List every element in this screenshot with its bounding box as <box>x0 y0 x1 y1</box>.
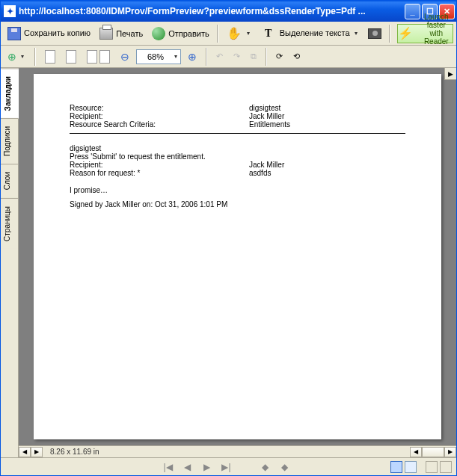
scroll-left2-button[interactable]: ◀ <box>410 447 422 457</box>
zoom-field[interactable]: ▾ <box>136 49 181 64</box>
prev-page-button[interactable]: ◀ <box>180 460 195 474</box>
undo-icon: ↶ <box>216 52 223 61</box>
page-icon <box>45 50 55 64</box>
text-select-icon: T <box>260 25 277 42</box>
side-tab-strip: Закладки Подписи Слои Страницы <box>1 68 19 457</box>
send-label: Отправить <box>168 29 209 38</box>
window-title: http://localhost:8080/IDMProv/FormPrevie… <box>19 6 405 16</box>
toolbar-separator <box>34 48 36 66</box>
promise-text: I promise… <box>70 186 405 194</box>
zoom-in2-button[interactable]: ⊕ <box>184 49 200 65</box>
reason-label: Reason for request: * <box>70 169 249 177</box>
hand-icon: ✋ <box>226 25 242 42</box>
view-mode-continuous-facing[interactable] <box>440 461 452 473</box>
tab-pages[interactable]: Страницы <box>1 198 18 249</box>
zoom-out-button[interactable]: ⊖ <box>117 49 133 65</box>
view-mode-continuous[interactable] <box>405 461 417 473</box>
hand-tool-button[interactable]: ✋ ▾ <box>222 23 255 44</box>
signed-text: Signed by Jack Miller on: Oct 31, 2006 1… <box>70 200 405 208</box>
page-icon <box>99 50 110 64</box>
save-label: Сохранить копию <box>24 29 91 38</box>
chevron-down-icon[interactable]: ▾ <box>173 53 179 60</box>
back-button[interactable]: ◆ <box>258 460 273 474</box>
chevron-down-icon: ▾ <box>353 30 359 37</box>
page-icon <box>66 50 76 64</box>
horizontal-scrollbar[interactable]: ◀ ▶ 8.26 x 11.69 in ◀ ▶ <box>19 445 456 457</box>
toolbar-separator <box>206 48 207 66</box>
zoom-in-button[interactable]: ⊕▾ <box>4 49 29 65</box>
resource-label: Resource: <box>70 104 249 112</box>
tab-signatures[interactable]: Подписи <box>1 118 18 164</box>
view-mode-facing[interactable] <box>426 461 438 473</box>
tab-layers[interactable]: Слои <box>1 164 18 197</box>
toolbar-separator <box>266 48 267 66</box>
zoom-in-icon: ⊕ <box>188 51 197 63</box>
rotate-cw-icon: ⟳ <box>276 52 283 61</box>
first-page-button[interactable]: |◀ <box>161 460 176 474</box>
recipient2-value: Jack Miller <box>249 161 284 169</box>
send-button[interactable]: Отправить <box>148 25 213 43</box>
zoom-in-icon: ⊕ <box>7 51 16 63</box>
criteria-value: Entitlements <box>249 120 290 129</box>
criteria-label: Resource Search Criteria: <box>70 120 249 129</box>
continuous-button[interactable] <box>62 48 80 66</box>
recipient2-label: Recipient: <box>70 161 249 169</box>
content-area: Закладки Подписи Слои Страницы ▶ Resourc… <box>1 68 456 457</box>
main-toolbar: Сохранить копию Печать Отправить ✋ ▾ T В… <box>1 22 456 46</box>
launch-line1: Launch faster <box>424 13 449 29</box>
globe-icon <box>152 27 165 40</box>
printer-icon <box>99 28 113 40</box>
body-line1: digsigtest <box>70 144 405 152</box>
forward-button[interactable]: ◆ <box>277 460 292 474</box>
scroll-up-button[interactable]: ▶ <box>444 68 456 80</box>
redo-icon: ↷ <box>233 52 240 61</box>
single-page-button[interactable] <box>41 48 59 66</box>
zoom-input[interactable] <box>138 52 173 62</box>
text-select-button[interactable]: T Выделение текста ▾ <box>257 23 363 44</box>
pdf-page: Resource:digsigtest Recipient:Jack Mille… <box>34 74 441 439</box>
rotate-ccw-button[interactable]: ⟲ <box>289 49 304 64</box>
scroll-right-button[interactable]: ▶ <box>31 447 43 457</box>
facing-button[interactable] <box>83 48 114 66</box>
scroll-thumb[interactable] <box>422 447 444 457</box>
window-titlebar: ✦ http://localhost:8080/IDMProv/FormPrev… <box>1 1 456 22</box>
rotate-cw-button[interactable]: ⟳ <box>272 49 286 64</box>
scroll-left-button[interactable]: ◀ <box>19 447 31 457</box>
redo-button[interactable]: ↷ <box>230 49 244 64</box>
minimize-button[interactable]: _ <box>405 4 420 19</box>
tab-bookmarks[interactable]: Закладки <box>1 68 19 118</box>
copy-button[interactable]: ⧉ <box>247 49 260 64</box>
zoom-toolbar: ⊕▾ ⊖ ▾ ⊕ ↶ ↷ ⧉ ⟳ ⟲ <box>1 46 456 68</box>
print-label: Печать <box>116 29 143 38</box>
page-icon <box>87 50 97 64</box>
text-select-label: Выделение текста <box>280 29 350 38</box>
undo-button[interactable]: ↶ <box>212 49 227 64</box>
page-dimensions: 8.26 x 11.69 in <box>43 448 107 456</box>
toolbar-separator <box>389 25 390 43</box>
save-icon <box>7 27 21 40</box>
scroll-right2-button[interactable]: ▶ <box>444 447 456 457</box>
chevron-down-icon: ▾ <box>19 53 25 60</box>
rotate-ccw-icon: ⟲ <box>293 52 300 61</box>
next-page-button[interactable]: ▶ <box>200 460 215 474</box>
lightning-icon: ⚡ <box>398 27 413 40</box>
toolbar-separator <box>217 25 218 43</box>
snapshot-button[interactable] <box>364 26 385 41</box>
recipient-label: Recipient: <box>70 112 249 120</box>
reason-value: asdfds <box>249 169 271 177</box>
save-copy-button[interactable]: Сохранить копию <box>4 25 94 43</box>
resource-value: digsigtest <box>249 104 280 112</box>
launch-faster-banner[interactable]: ⚡ Launch faster with Reader 7.0 <box>397 24 453 43</box>
last-page-button[interactable]: ▶| <box>219 460 234 474</box>
document-scroll-area[interactable]: ▶ Resource:digsigtest Recipient:Jack Mil… <box>19 68 456 445</box>
app-icon: ✦ <box>4 5 16 17</box>
print-button[interactable]: Печать <box>96 25 147 42</box>
recipient-value: Jack Miller <box>249 112 284 120</box>
document-viewport: ▶ Resource:digsigtest Recipient:Jack Mil… <box>19 68 456 457</box>
divider <box>70 133 405 134</box>
copy-icon: ⧉ <box>251 52 257 61</box>
view-mode-single[interactable] <box>390 461 402 473</box>
body-line2: Press 'Submit' to request the entitlemen… <box>70 152 405 161</box>
chevron-down-icon: ▾ <box>245 30 251 37</box>
navigation-bar: |◀ ◀ ▶ ▶| ◆ ◆ <box>1 457 456 475</box>
